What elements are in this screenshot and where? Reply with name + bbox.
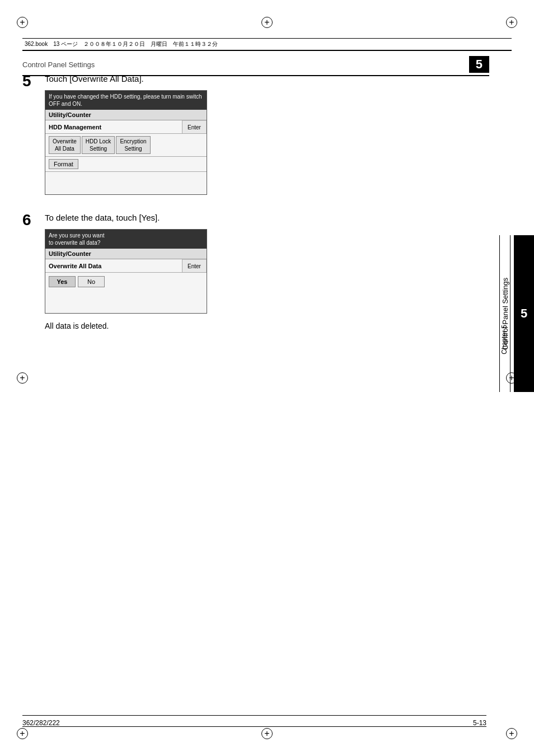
header-strip-text: 362.book 13 ページ ２００８年１０月２０日 月曜日 午前１１時３２分 [25, 40, 218, 48]
reg-mark-tl [17, 17, 28, 28]
step-6-enter-btn[interactable]: Enter [182, 259, 207, 272]
step-5-dialog: If you have changed the HDD setting, ple… [45, 90, 207, 195]
step-5-spacer [45, 172, 207, 194]
step-6-dialog: Are you sure you want to overwrite all d… [45, 229, 207, 314]
step-5-overwrite-btn[interactable]: Overwrite All Data [49, 136, 81, 154]
step-5-format-btn[interactable]: Format [49, 159, 78, 169]
step-6-yes-no-row: Yes No [45, 273, 207, 291]
step-6-instruction: To delete the data, touch [Yes]. [45, 212, 486, 223]
chapter-tab: 5 [514, 235, 534, 392]
step-5-content: Touch [Overwrite All Data]. If you have … [45, 73, 486, 195]
top-rule2 [22, 50, 512, 51]
step-5-block: 5 Touch [Overwrite All Data]. If you hav… [22, 73, 486, 195]
chapter-label: Chapter 5 [500, 325, 508, 354]
step-6-spacer [45, 291, 207, 313]
reg-mark-tr [506, 17, 517, 28]
step-6-no-btn[interactable]: No [78, 276, 105, 287]
reg-mark-bl [17, 728, 28, 739]
step-5-titlebar: Utility/Counter [45, 110, 207, 120]
chapter-tab-number: 5 [521, 306, 527, 321]
step-6-note: All data is deleted. [45, 321, 486, 330]
reg-mark-tm [261, 17, 273, 28]
footer: 362/282/222 5-13 [22, 715, 486, 727]
step-6-content: To delete the data, touch [Yes]. Are you… [45, 212, 486, 330]
step-6-notice-line2: to overwrite all data? [49, 239, 203, 246]
step-6-overwrite-row: Overwrite All Data Enter [45, 259, 207, 273]
footer-right: 5-13 [473, 719, 486, 727]
step-5-sub-row: Overwrite All Data HDD Lock Setting Encr… [45, 134, 207, 157]
step-5-instruction: Touch [Overwrite All Data]. [45, 73, 486, 85]
step-5-format-row: Format [45, 157, 207, 172]
step-6-yes-btn[interactable]: Yes [49, 276, 76, 287]
reg-mark-br [506, 728, 517, 739]
step-6-block: 6 To delete the data, touch [Yes]. Are y… [22, 212, 486, 330]
top-rule [22, 38, 512, 39]
step-6-notice: Are you sure you want to overwrite all d… [45, 230, 207, 249]
step-6-number: 6 [22, 212, 45, 229]
footer-left: 362/282/222 [22, 719, 60, 727]
step-5-notice: If you have changed the HDD setting, ple… [45, 91, 207, 110]
bottom-rule [22, 726, 486, 727]
step-5-hddlock-btn[interactable]: HDD Lock Setting [82, 136, 115, 154]
step-5-hdd-row: HDD Management Enter [45, 120, 207, 134]
header-strip: 362.book 13 ページ ２００８年１０月２０日 月曜日 午前１１時３２分 [22, 38, 512, 50]
main-content: 5 Touch [Overwrite All Data]. If you hav… [22, 67, 486, 711]
step-5-hdd-label: HDD Management [45, 120, 182, 133]
step-6-overwrite-label: Overwrite All Data [45, 259, 182, 272]
step-6-notice-line1: Are you sure you want [49, 232, 203, 239]
step-5-encryption-btn[interactable]: Encryption Setting [116, 136, 150, 154]
reg-mark-bm [261, 728, 273, 739]
vertical-section-label: Control Panel Settings [499, 235, 510, 392]
step-5-number: 5 [22, 73, 45, 90]
step-5-enter-btn[interactable]: Enter [182, 120, 207, 133]
step-6-titlebar: Utility/Counter [45, 249, 207, 259]
